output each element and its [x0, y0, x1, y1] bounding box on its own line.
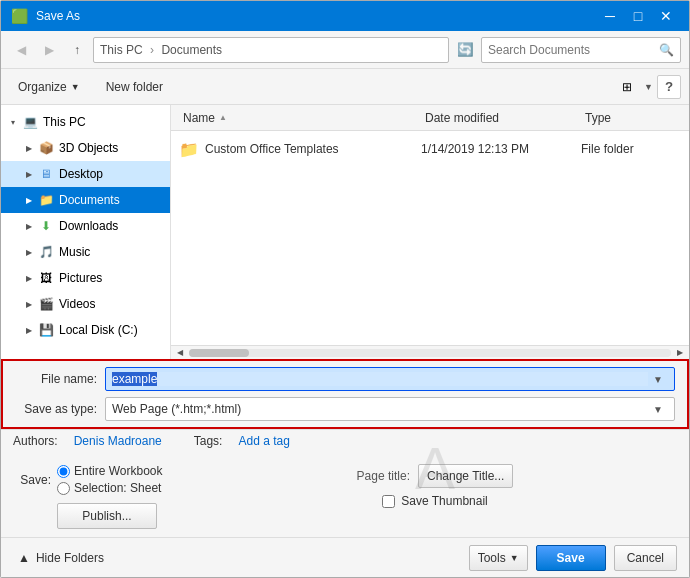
new-folder-button[interactable]: New folder: [97, 74, 172, 100]
save-options-row: Save: Entire Workbook Selection: Sheet: [13, 464, 193, 495]
sidebar-label-this-pc: This PC: [43, 115, 86, 129]
expand-icon-downloads[interactable]: ▶: [21, 218, 37, 234]
hscroll-thumb[interactable]: [189, 349, 249, 357]
hscroll-track[interactable]: [189, 349, 671, 357]
pictures-icon: 🖼: [37, 269, 55, 287]
publish-right-area: A Page title: Change Title... Save Thumb…: [193, 444, 677, 508]
radio-selection-sheet[interactable]: Selection: Sheet: [57, 481, 162, 495]
sidebar-item-documents[interactable]: ▶ 📁 Documents: [1, 187, 170, 213]
videos-icon: 🎬: [37, 295, 55, 313]
expand-icon-music[interactable]: ▶: [21, 244, 37, 260]
local-disk-icon: 💾: [37, 321, 55, 339]
hide-folders-button[interactable]: ▲ Hide Folders: [13, 548, 109, 568]
save-as-dialog: 🟩 Save As ─ □ ✕ ◀ ▶ ↑ This PC › Document…: [0, 0, 690, 578]
sidebar-item-desktop[interactable]: ▶ 🖥 Desktop: [1, 161, 170, 187]
filename-dropdown-button[interactable]: ▼: [648, 368, 668, 390]
sidebar-label-videos: Videos: [59, 297, 95, 311]
address-box[interactable]: This PC › Documents: [93, 37, 449, 63]
cancel-button[interactable]: Cancel: [614, 545, 677, 571]
radio-selection-input[interactable]: [57, 482, 70, 495]
tools-button[interactable]: Tools ▼: [469, 545, 528, 571]
hscroll-left-arrow[interactable]: ◀: [173, 346, 187, 360]
help-button[interactable]: ?: [657, 75, 681, 99]
window-controls: ─ □ ✕: [597, 6, 679, 26]
sort-arrow-icon: ▲: [219, 113, 227, 122]
expand-icon-this-pc[interactable]: ▾: [5, 114, 21, 130]
sidebar-item-this-pc[interactable]: ▾ 💻 This PC: [1, 109, 170, 135]
radio-entire-label[interactable]: Entire Workbook: [74, 464, 162, 478]
horizontal-scrollbar: ◀ ▶: [171, 345, 689, 359]
file-row[interactable]: 📁 Custom Office Templates 1/14/2019 12:1…: [171, 135, 689, 163]
expand-icon-local-disk[interactable]: ▶: [21, 322, 37, 338]
col-header-type[interactable]: Type: [581, 111, 681, 125]
expand-icon-3d-objects[interactable]: ▶: [21, 140, 37, 156]
search-input[interactable]: [488, 43, 655, 57]
sidebar-label-3d-objects: 3D Objects: [59, 141, 118, 155]
close-button[interactable]: ✕: [653, 6, 679, 26]
expand-icon-videos[interactable]: ▶: [21, 296, 37, 312]
col-type-label: Type: [585, 111, 611, 125]
filename-field[interactable]: ▼: [105, 367, 675, 391]
publish-options: Save: Entire Workbook Selection: Sheet P…: [13, 464, 193, 529]
hide-folders-arrow-icon: ▲: [18, 551, 30, 565]
minimize-button[interactable]: ─: [597, 6, 623, 26]
filename-row: File name: ▼: [15, 367, 675, 391]
hscroll-right-arrow[interactable]: ▶: [673, 346, 687, 360]
breadcrumb-current: Documents: [161, 43, 222, 57]
toolbar: Organize ▼ New folder ⊞ ▼ ?: [1, 69, 689, 105]
refresh-button[interactable]: 🔄: [453, 38, 477, 62]
file-folder-icon: 📁: [179, 139, 199, 159]
save-thumbnail-checkbox[interactable]: [382, 495, 395, 508]
filetype-value: Web Page (*.htm;*.html): [112, 402, 648, 416]
excel-icon: 🟩: [11, 8, 28, 24]
sidebar-item-downloads[interactable]: ▶ ⬇ Downloads: [1, 213, 170, 239]
3d-objects-icon: 📦: [37, 139, 55, 157]
filetype-row: Save as type: Web Page (*.htm;*.html) ▼: [15, 397, 675, 421]
filetype-dropdown-button[interactable]: ▼: [648, 398, 668, 420]
sidebar-item-videos[interactable]: ▶ 🎬 Videos: [1, 291, 170, 317]
dialog-footer: ▲ Hide Folders Tools ▼ Save Cancel: [1, 537, 689, 577]
view-options-button[interactable]: ⊞: [614, 74, 640, 100]
desktop-icon: 🖥: [37, 165, 55, 183]
radio-entire-input[interactable]: [57, 465, 70, 478]
file-name: Custom Office Templates: [205, 142, 421, 156]
up-button[interactable]: ↑: [65, 38, 89, 62]
expand-icon-pictures[interactable]: ▶: [21, 270, 37, 286]
radio-entire-workbook[interactable]: Entire Workbook: [57, 464, 162, 478]
view-dropdown-icon: ▼: [644, 82, 653, 92]
col-header-name[interactable]: Name ▲: [179, 111, 421, 125]
forward-button[interactable]: ▶: [37, 38, 61, 62]
file-type: File folder: [581, 142, 681, 156]
expand-icon-documents[interactable]: ▶: [21, 192, 37, 208]
col-date-label: Date modified: [425, 111, 499, 125]
sidebar-item-local-disk[interactable]: ▶ 💾 Local Disk (C:): [1, 317, 170, 343]
file-area: Name ▲ Date modified Type 📁 Custom Of: [171, 105, 689, 359]
title-bar: 🟩 Save As ─ □ ✕: [1, 1, 689, 31]
search-icon: 🔍: [659, 43, 674, 57]
sidebar-item-music[interactable]: ▶ 🎵 Music: [1, 239, 170, 265]
save-button[interactable]: Save: [536, 545, 606, 571]
file-list-header: Name ▲ Date modified Type: [171, 105, 689, 131]
file-date: 1/14/2019 12:13 PM: [421, 142, 581, 156]
documents-icon: 📁: [37, 191, 55, 209]
publish-button[interactable]: Publish...: [57, 503, 157, 529]
expand-icon-desktop[interactable]: ▶: [21, 166, 37, 182]
file-list: Name ▲ Date modified Type 📁 Custom Of: [171, 105, 689, 359]
sidebar-item-3d-objects[interactable]: ▶ 📦 3D Objects: [1, 135, 170, 161]
save-options-label: Save:: [13, 473, 51, 487]
breadcrumb-sep: ›: [150, 43, 154, 57]
address-bar: ◀ ▶ ↑ This PC › Documents 🔄 🔍: [1, 31, 689, 69]
breadcrumb: This PC › Documents: [100, 43, 222, 57]
sidebar-item-pictures[interactable]: ▶ 🖼 Pictures: [1, 265, 170, 291]
maximize-button[interactable]: □: [625, 6, 651, 26]
file-list-body: 📁 Custom Office Templates 1/14/2019 12:1…: [171, 131, 689, 345]
authors-value[interactable]: Denis Madroane: [74, 434, 162, 448]
radio-selection-label[interactable]: Selection: Sheet: [74, 481, 161, 495]
filename-input[interactable]: [112, 372, 648, 386]
organize-button[interactable]: Organize ▼: [9, 74, 89, 100]
search-box[interactable]: 🔍: [481, 37, 681, 63]
filetype-field[interactable]: Web Page (*.htm;*.html) ▼: [105, 397, 675, 421]
col-header-date[interactable]: Date modified: [421, 111, 581, 125]
hide-folders-label: Hide Folders: [36, 551, 104, 565]
back-button[interactable]: ◀: [9, 38, 33, 62]
